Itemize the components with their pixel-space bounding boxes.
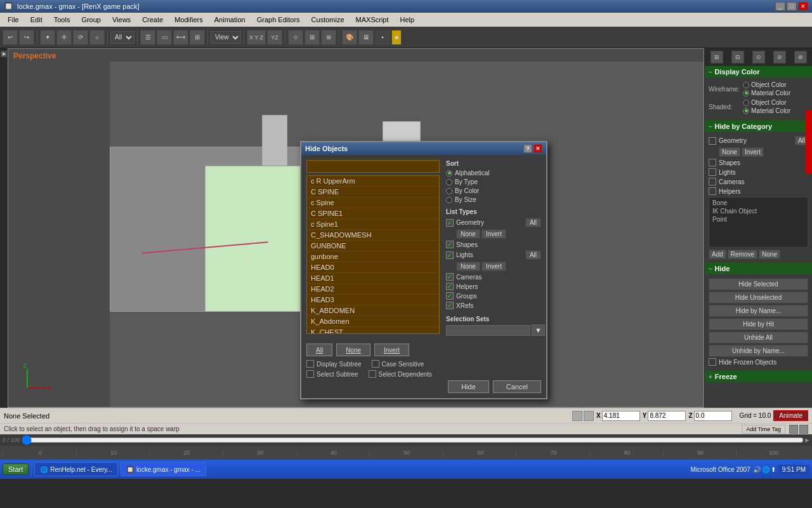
unhide-by-name-btn[interactable]: Unhide by Name... bbox=[709, 345, 808, 357]
hbc-invert-btn[interactable]: Invert bbox=[742, 147, 764, 157]
selection-sets-arrow[interactable]: ▼ bbox=[532, 324, 545, 336]
y-coord-input[interactable] bbox=[648, 411, 686, 421]
case-sensitive-checkbox[interactable] bbox=[372, 360, 379, 368]
hide-by-category-header[interactable]: – Hide by Category bbox=[705, 121, 812, 132]
lt-xrefs-checkbox[interactable]: ✓ bbox=[446, 302, 454, 309]
scale-button[interactable]: ⟐ bbox=[89, 30, 105, 45]
lt-lights-invert-btn[interactable]: Invert bbox=[481, 262, 506, 271]
hbc-geometry-checkbox[interactable] bbox=[709, 137, 716, 145]
list-item[interactable]: C SPINE1 bbox=[307, 208, 439, 219]
dialog-invert-btn[interactable]: Invert bbox=[374, 344, 409, 356]
shaded-mat-color-radio[interactable] bbox=[743, 108, 749, 114]
bone-none-btn[interactable]: None bbox=[759, 250, 780, 259]
list-item[interactable]: K_Abdomen bbox=[307, 316, 439, 327]
undo-button[interactable]: ↩ bbox=[3, 30, 18, 45]
menu-help[interactable]: Help bbox=[395, 15, 420, 25]
bone-add-btn[interactable]: Add bbox=[709, 250, 726, 259]
x-coord-input[interactable] bbox=[602, 411, 640, 421]
hbc-cameras-checkbox[interactable] bbox=[709, 178, 716, 185]
align-button[interactable]: ⊞ bbox=[190, 30, 205, 45]
hbc-none-btn[interactable]: None bbox=[719, 147, 740, 157]
display-color-header[interactable]: – Display Color bbox=[705, 66, 812, 77]
hide-action-button[interactable]: Hide bbox=[448, 380, 489, 393]
snap-button[interactable]: ⊹ bbox=[288, 30, 303, 45]
lt-geometry-none-btn[interactable]: None bbox=[456, 229, 480, 239]
lt-groups-checkbox[interactable]: ✓ bbox=[446, 292, 454, 300]
list-item[interactable]: GUNBONE bbox=[307, 241, 439, 251]
list-item[interactable]: c Spine1 bbox=[307, 219, 439, 230]
hbc-shapes-checkbox[interactable] bbox=[709, 159, 716, 166]
sort-alphabetical-radio[interactable] bbox=[446, 170, 452, 177]
taskbar-item-gmax[interactable]: 🔲 locke.gmax - gmax - ... bbox=[121, 462, 206, 476]
lt-lights-checkbox[interactable]: ✓ bbox=[446, 251, 454, 259]
close-button[interactable]: ✕ bbox=[798, 2, 808, 11]
bone-item-point[interactable]: Point bbox=[710, 215, 806, 224]
mirror-button[interactable]: ⟷ bbox=[173, 30, 188, 45]
lt-helpers-checkbox[interactable]: ✓ bbox=[446, 283, 454, 290]
display-subtree-checkbox[interactable] bbox=[306, 360, 314, 368]
rp-btn-1[interactable]: ⊞ bbox=[710, 51, 723, 64]
dialog-close-button[interactable]: ✕ bbox=[534, 144, 542, 153]
dialog-help-button[interactable]: ? bbox=[523, 144, 532, 153]
move-button[interactable]: ✛ bbox=[56, 30, 72, 45]
snap2-button[interactable]: ⊞ bbox=[304, 30, 320, 45]
menu-create[interactable]: Create bbox=[137, 15, 168, 25]
list-item[interactable]: K_ABDOMEN bbox=[307, 305, 439, 316]
maximize-button[interactable]: □ bbox=[787, 2, 797, 11]
render2-button[interactable]: ▪ bbox=[375, 30, 390, 45]
list-item[interactable]: HEAD2 bbox=[307, 284, 439, 295]
material-editor-button[interactable]: 🎨 bbox=[342, 30, 357, 45]
hide-header[interactable]: – Hide bbox=[705, 263, 812, 274]
list-item[interactable]: C_SHADOWMESH bbox=[307, 230, 439, 241]
select-dependents-checkbox[interactable] bbox=[369, 370, 376, 378]
lt-geometry-all-btn[interactable]: All bbox=[525, 218, 541, 227]
bone-remove-btn[interactable]: Remove bbox=[728, 250, 757, 259]
yz-button[interactable]: YZ bbox=[267, 30, 282, 45]
unhide-all-btn[interactable]: Unhide All bbox=[709, 331, 808, 344]
redo-button[interactable]: ↪ bbox=[19, 30, 34, 45]
menu-views[interactable]: Views bbox=[107, 15, 136, 25]
dialog-none-btn[interactable]: None bbox=[336, 344, 370, 356]
menu-customize[interactable]: Customize bbox=[306, 15, 350, 25]
lt-geometry-invert-btn[interactable]: Invert bbox=[481, 229, 506, 239]
hide-by-hit-btn[interactable]: Hide by Hit bbox=[709, 318, 808, 330]
hbc-helpers-checkbox[interactable] bbox=[709, 187, 716, 195]
menu-modifiers[interactable]: Modifiers bbox=[169, 15, 208, 25]
rp-btn-3[interactable]: ⊙ bbox=[752, 51, 765, 64]
rp-btn-5[interactable]: ⊕ bbox=[794, 51, 807, 64]
select-button[interactable]: ✦ bbox=[40, 30, 55, 45]
animate-button[interactable]: Animate bbox=[773, 410, 808, 421]
wireframe-obj-color-radio[interactable] bbox=[743, 82, 749, 88]
select-subtree-checkbox[interactable] bbox=[306, 370, 314, 378]
bone-list[interactable]: Bone IK Chain Object Point bbox=[709, 197, 808, 248]
lt-lights-all-btn[interactable]: All bbox=[525, 250, 541, 260]
sort-bytype-radio[interactable] bbox=[446, 179, 452, 185]
list-item[interactable]: c Spine bbox=[307, 197, 439, 208]
rp-btn-4[interactable]: ⊘ bbox=[773, 51, 786, 64]
list-item[interactable]: K_CHEST bbox=[307, 327, 439, 334]
object-search-input[interactable] bbox=[306, 160, 440, 173]
list-item[interactable]: c R UpperArm bbox=[307, 176, 439, 187]
start-button[interactable]: Start bbox=[3, 464, 29, 475]
hbc-lights-checkbox[interactable] bbox=[709, 168, 716, 176]
selection-sets-input[interactable] bbox=[446, 325, 530, 336]
rotate-button[interactable]: ⟳ bbox=[73, 30, 88, 45]
left-btn-1[interactable]: ▶ bbox=[1, 51, 7, 57]
color-button[interactable]: ■ bbox=[391, 30, 402, 45]
sort-bysize-radio[interactable] bbox=[446, 197, 452, 203]
menu-file[interactable]: File bbox=[3, 15, 24, 25]
lt-cameras-checkbox[interactable]: ✓ bbox=[446, 273, 454, 281]
menu-graph-editors[interactable]: Graph Editors bbox=[252, 15, 305, 25]
hide-unselected-btn[interactable]: Hide Unselected bbox=[709, 291, 808, 304]
hide-frozen-checkbox[interactable] bbox=[709, 358, 716, 366]
sort-bycolor-radio[interactable] bbox=[446, 188, 452, 194]
minimize-button[interactable]: _ bbox=[775, 2, 785, 11]
render-button[interactable]: 🖥 bbox=[358, 30, 374, 45]
select-by-name-button[interactable]: ☰ bbox=[140, 30, 155, 45]
list-item[interactable]: C SPINE bbox=[307, 187, 439, 197]
add-time-tag-btn[interactable]: Add Time Tag bbox=[742, 425, 785, 434]
lt-geometry-checkbox[interactable]: ✓ bbox=[446, 219, 454, 227]
selection-filter[interactable]: All bbox=[110, 31, 134, 44]
select-region-button[interactable]: ▭ bbox=[157, 30, 172, 45]
list-item[interactable]: HEAD1 bbox=[307, 273, 439, 284]
